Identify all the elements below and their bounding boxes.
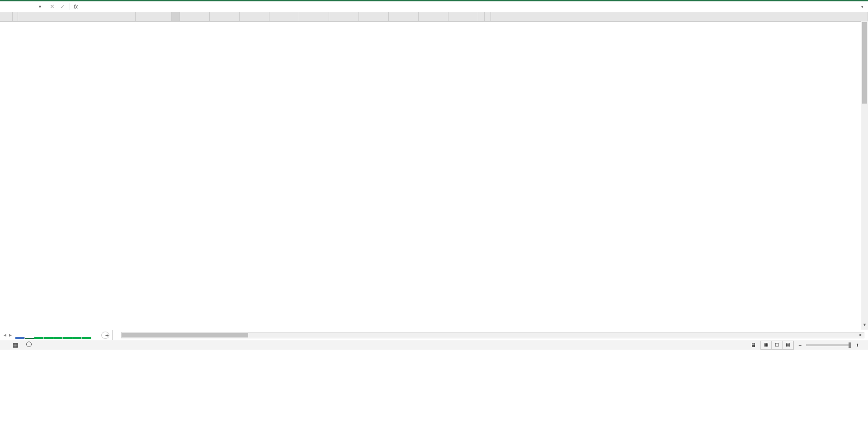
scroll-down-icon[interactable]: ▼ [861,323,868,330]
tab-cash-flow[interactable] [53,337,63,339]
tab-prev-icon[interactable]: ◄ [3,332,7,337]
col-header[interactable] [485,12,491,21]
col-header[interactable] [419,12,448,21]
col-header[interactable] [210,12,240,21]
col-header[interactable] [136,12,172,21]
col-header[interactable] [389,12,419,21]
view-page-layout-button[interactable]: ▢ [772,341,783,349]
cancel-formula-icon[interactable]: ✕ [50,3,55,10]
tab-balance-sheet[interactable] [44,337,53,339]
tab-nav-arrows[interactable]: ◄ ► [0,332,15,337]
tab-dcf[interactable] [72,337,82,339]
col-header[interactable] [269,12,299,21]
col-header[interactable] [478,12,485,21]
col-header[interactable] [299,12,329,21]
tab-more[interactable] [91,337,99,339]
status-bar: ▦ 🖥 ▦ ▢ ▤ − + [0,340,868,350]
display-settings-button[interactable]: 🖥 [750,342,756,348]
zoom-out-button[interactable]: − [798,342,802,348]
formula-expand-icon[interactable]: ▾ [857,5,868,9]
col-header[interactable] [180,12,210,21]
view-normal-button[interactable]: ▦ [761,341,772,349]
tab-index[interactable] [15,337,25,339]
col-header[interactable] [172,12,180,21]
vertical-scrollbar[interactable]: ▲ ▼ [861,21,868,330]
formula-input[interactable] [81,6,857,8]
worksheet-area[interactable]: ▲ ▼ [0,12,868,330]
col-header[interactable] [13,12,18,21]
column-headers [0,12,868,22]
accessibility-icon [26,342,32,347]
scroll-right-icon[interactable]: ► [858,332,864,337]
name-box-dropdown-icon[interactable]: ▼ [38,5,42,9]
tab-key-ratios[interactable] [63,337,72,339]
tab-income-statement[interactable] [34,337,44,339]
zoom-slider[interactable] [806,344,851,346]
select-all-corner[interactable] [0,12,13,21]
view-page-break-button[interactable]: ▤ [783,341,793,349]
tab-relative-valuation[interactable] [82,337,91,339]
col-header[interactable] [329,12,359,21]
macro-record-icon[interactable]: ▦ [13,342,18,348]
hscroll-thumb[interactable] [122,333,248,337]
col-header-rest [491,12,868,21]
add-sheet-button[interactable]: + [101,332,109,339]
name-box[interactable]: ▼ [0,4,45,10]
formula-bar: ▼ ✕ ✓ fx ▾ [0,1,868,12]
view-mode-buttons: ▦ ▢ ▤ [760,341,794,350]
zoom-in-button[interactable]: + [856,342,859,348]
col-header[interactable] [359,12,389,21]
horizontal-scrollbar[interactable]: ◄ ► [121,332,864,338]
col-header[interactable] [240,12,269,21]
accept-formula-icon[interactable]: ✓ [60,3,65,10]
tab-control-sheet[interactable] [25,336,34,339]
sheet-tab-bar: ◄ ► + ◄ ► [0,330,868,340]
fx-label[interactable]: fx [70,4,81,10]
tab-next-icon[interactable]: ► [8,332,13,337]
col-header[interactable] [18,12,136,21]
vscroll-thumb[interactable] [862,22,867,104]
accessibility-status[interactable] [26,342,32,348]
col-header[interactable] [448,12,478,21]
zoom-slider-handle[interactable] [849,342,851,348]
